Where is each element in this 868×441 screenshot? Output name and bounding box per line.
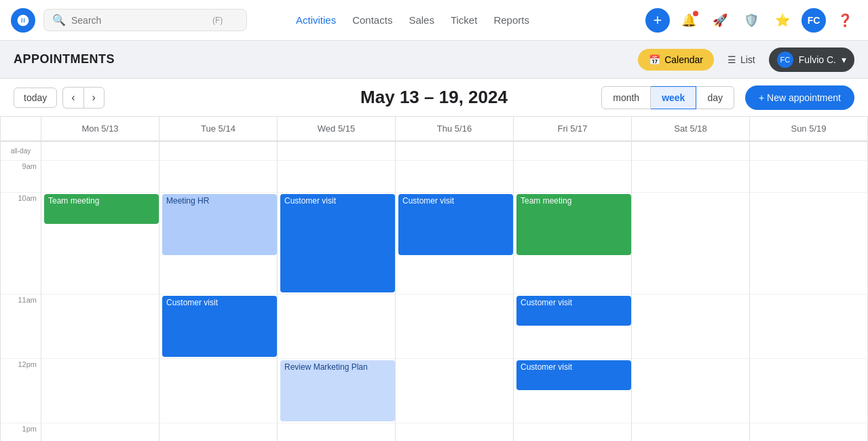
cell-thu-10am[interactable]: Customer visit — [396, 193, 514, 294]
help-button[interactable]: ❓ — [833, 8, 857, 33]
event-review-marketing[interactable]: Review Marketing Plan — [280, 360, 395, 421]
search-icon: 🔍 — [52, 14, 66, 26]
cell-fri-10am[interactable]: Team meeting — [514, 193, 632, 294]
cell-fri-9am[interactable] — [514, 161, 632, 193]
tab-month[interactable]: month — [601, 86, 651, 109]
cell-fri-12pm[interactable]: Customer visit — [514, 359, 632, 423]
cell-sat-10am[interactable] — [632, 193, 750, 294]
today-button[interactable]: today — [14, 88, 57, 108]
header-thu: Thu 5/16 — [396, 117, 514, 142]
cell-mon-11am[interactable] — [41, 294, 159, 359]
event-customer-visit-fri2[interactable]: Customer visit — [516, 360, 631, 390]
event-meeting-hr[interactable]: Meeting HR — [162, 194, 277, 255]
cell-tue-12pm[interactable] — [159, 359, 278, 423]
calendar-content: Mon 5/13 Tue 5/14 Wed 5/15 Thu 5/16 Fri … — [0, 117, 868, 441]
cell-tue-1pm[interactable] — [159, 423, 278, 441]
user-avatar-button[interactable]: FC — [801, 8, 826, 33]
allday-fri[interactable] — [514, 142, 632, 161]
cell-mon-10am[interactable]: Team meeting — [41, 193, 159, 294]
new-appointment-button[interactable]: + New appointment — [745, 85, 854, 110]
rocket-icon-button[interactable]: 🚀 — [708, 8, 732, 33]
cell-sun-1pm[interactable] — [750, 423, 868, 441]
time-11am: 11am — [1, 294, 41, 359]
next-week-button[interactable]: › — [83, 87, 105, 109]
calendar-grid: Mon 5/13 Tue 5/14 Wed 5/15 Thu 5/16 Fri … — [0, 117, 868, 441]
header-tue: Tue 5/14 — [159, 117, 278, 142]
allday-sat[interactable] — [632, 142, 750, 161]
cell-wed-10am[interactable]: Customer visit — [278, 193, 396, 294]
prev-week-button[interactable]: ‹ — [62, 87, 83, 109]
allday-sun[interactable] — [750, 142, 868, 161]
nav-sales[interactable]: Sales — [409, 14, 434, 26]
tab-week[interactable]: week — [651, 86, 696, 109]
user-chip-avatar: FC — [777, 52, 793, 68]
cell-wed-12pm[interactable]: Review Marketing Plan — [278, 359, 396, 423]
star-button[interactable]: ⭐ — [770, 8, 795, 33]
calendar-icon: 📅 — [649, 54, 660, 65]
cell-wed-9am[interactable] — [278, 161, 396, 193]
cell-sat-11am[interactable] — [632, 294, 750, 359]
notifications-button[interactable]: 🔔 — [677, 8, 701, 33]
cell-sun-10am[interactable] — [750, 193, 868, 294]
page-title: APPOINTMENTS — [14, 52, 115, 66]
nav-contacts[interactable]: Contacts — [352, 14, 392, 26]
cell-sat-12pm[interactable] — [632, 359, 750, 423]
tab-day[interactable]: day — [696, 86, 734, 109]
search-shortcut: (F) — [212, 16, 223, 25]
time-12pm: 12pm — [1, 359, 41, 423]
event-customer-visit-tue[interactable]: Customer visit — [162, 296, 277, 357]
search-box[interactable]: 🔍 (F) — [43, 9, 247, 31]
search-input[interactable] — [71, 15, 207, 26]
time-1pm: 1pm — [1, 423, 41, 441]
cell-wed-1pm[interactable] — [278, 423, 396, 441]
allday-mon[interactable] — [41, 142, 159, 161]
top-navigation: 🔍 (F) Activities Contacts Sales Ticket R… — [0, 0, 868, 41]
logo[interactable] — [11, 8, 35, 33]
allday-tue[interactable] — [159, 142, 278, 161]
cell-sun-9am[interactable] — [750, 161, 868, 193]
cell-thu-9am[interactable] — [396, 161, 514, 193]
chevron-down-icon: ▾ — [842, 54, 846, 65]
time-10am: 10am — [1, 193, 41, 294]
event-team-meeting-mon[interactable]: Team meeting — [44, 194, 159, 224]
cell-wed-11am[interactable] — [278, 294, 396, 359]
cell-thu-11am[interactable] — [396, 294, 514, 359]
cell-mon-12pm[interactable] — [41, 359, 159, 423]
cell-tue-11am[interactable]: Customer visit — [159, 294, 278, 359]
cell-sun-12pm[interactable] — [750, 359, 868, 423]
cell-tue-10am[interactable]: Meeting HR — [159, 193, 278, 294]
cell-sun-11am[interactable] — [750, 294, 868, 359]
nav-ticket[interactable]: Ticket — [451, 14, 477, 26]
user-shield-button[interactable]: 🛡️ — [739, 8, 763, 33]
nav-activities[interactable]: Activities — [296, 14, 336, 26]
allday-thu[interactable] — [396, 142, 514, 161]
cell-fri-1pm[interactable] — [514, 423, 632, 441]
view-tabs: month week day — [601, 86, 734, 109]
event-customer-visit-thu[interactable]: Customer visit — [398, 194, 513, 255]
cell-mon-1pm[interactable] — [41, 423, 159, 441]
header-mon: Mon 5/13 — [41, 117, 159, 142]
view-switcher: 📅 Calendar ☰ List FC Fulvio C. ▾ — [638, 47, 854, 72]
cell-sat-1pm[interactable] — [632, 423, 750, 441]
cell-sat-9am[interactable] — [632, 161, 750, 193]
list-icon: ☰ — [728, 54, 736, 65]
allday-label: all-day — [1, 142, 41, 161]
header-sat: Sat 5/18 — [632, 117, 750, 142]
event-team-meeting-fri[interactable]: Team meeting — [516, 194, 631, 255]
cell-thu-1pm[interactable] — [396, 423, 514, 441]
cell-thu-12pm[interactable] — [396, 359, 514, 423]
add-button[interactable]: + — [645, 8, 670, 33]
calendar-toolbar: today ‹ › May 13 – 19, 2024 month week d… — [0, 79, 868, 117]
allday-wed[interactable] — [278, 142, 396, 161]
cell-fri-11am[interactable]: Customer visit — [514, 294, 632, 359]
cell-tue-9am[interactable] — [159, 161, 278, 193]
list-view-button[interactable]: ☰ List — [719, 49, 763, 71]
user-chip-button[interactable]: FC Fulvio C. ▾ — [769, 47, 854, 72]
nav-reports[interactable]: Reports — [493, 14, 529, 26]
event-customer-visit-wed[interactable]: Customer visit — [280, 194, 395, 292]
header-wed: Wed 5/15 — [278, 117, 396, 142]
calendar-view-button[interactable]: 📅 Calendar — [638, 49, 714, 71]
cell-mon-9am[interactable] — [41, 161, 159, 193]
nav-links: Activities Contacts Sales Ticket Reports — [296, 14, 529, 26]
event-customer-visit-fri[interactable]: Customer visit — [516, 296, 631, 326]
